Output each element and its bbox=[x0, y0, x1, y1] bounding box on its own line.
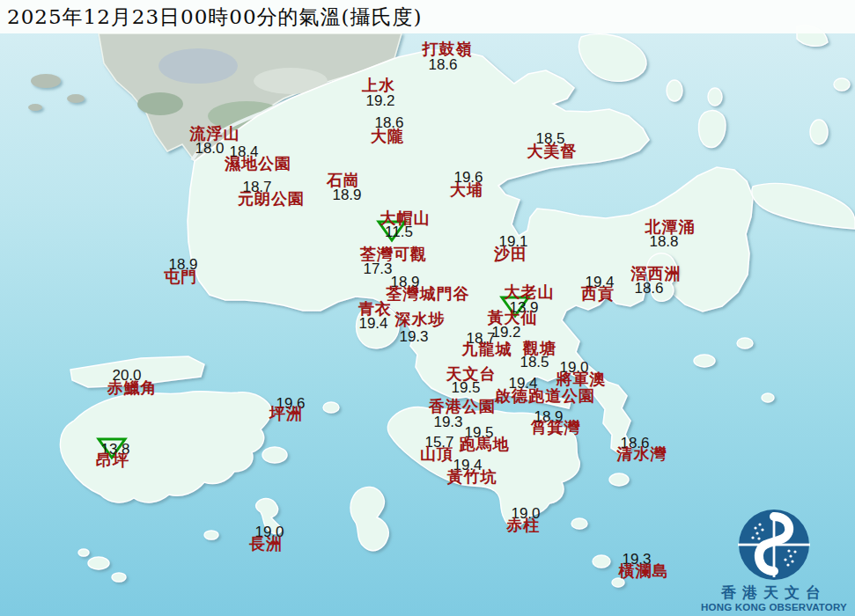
station-name-label: 香港公園 bbox=[429, 399, 496, 414]
station-name-label: 山頂 bbox=[420, 446, 453, 462]
station-name-label: 石崗 bbox=[327, 172, 360, 188]
station-name-label: 北潭涌 bbox=[645, 219, 696, 235]
station-name-label: 昂坪 bbox=[96, 452, 129, 468]
station-name-label: 深水埗 bbox=[395, 312, 446, 327]
station-name-label: 啟德跑道公園 bbox=[495, 388, 595, 404]
station-name-label: 大隴 bbox=[371, 128, 404, 144]
station-temperature-value: 17.3 bbox=[363, 261, 392, 276]
station-name-label: 青衣 bbox=[358, 301, 392, 317]
station-temperature-value: 19.2 bbox=[365, 93, 394, 108]
station-name-label: 赤鱲角 bbox=[107, 380, 158, 396]
station-name-label: 荃灣可觀 bbox=[360, 246, 427, 262]
station-temperature-value: 19.3 bbox=[399, 329, 428, 344]
hko-logo-english-name: HONG KONG OBSERVATORY bbox=[696, 602, 852, 613]
station-name-label: 濕地公園 bbox=[225, 156, 291, 172]
station-name-label: 赤柱 bbox=[506, 517, 540, 533]
station-name-label: 元朗公園 bbox=[238, 191, 305, 207]
title-bar: 2025年12月23日00時00分的氣溫(攝氏度) bbox=[0, 0, 855, 33]
station-name-label: 黃大仙 bbox=[488, 310, 538, 326]
station-name-label: 大老山 bbox=[505, 284, 555, 300]
station-name-label: 黃竹坑 bbox=[447, 469, 498, 485]
station-name-label: 橫瀾島 bbox=[619, 563, 669, 579]
station-temperature-value: 19.2 bbox=[491, 325, 520, 340]
station-temperature-value: 19.3 bbox=[433, 414, 462, 429]
station-name-label: 屯門 bbox=[164, 269, 197, 285]
station-name-label: 大帽山 bbox=[380, 210, 431, 226]
station-name-label: 打鼓嶺 bbox=[423, 41, 473, 57]
temperature-map-screen: 2025年12月23日00時00分的氣溫(攝氏度) 18.6打鼓嶺19.2上水1… bbox=[0, 0, 855, 616]
station-name-label: 長洲 bbox=[249, 536, 283, 552]
station-name-label: 清水灣 bbox=[617, 446, 667, 462]
station-temperature-value: 18.9 bbox=[332, 187, 361, 202]
station-name-label: 觀塘 bbox=[523, 341, 556, 356]
station-name-label: 荃灣城門谷 bbox=[387, 286, 470, 302]
station-temperature-value: 19.4 bbox=[358, 316, 387, 331]
map-title: 2025年12月23日00時00分的氣溫(攝氏度) bbox=[7, 4, 423, 31]
hko-logo-chinese-name: 香港天文台 bbox=[696, 584, 852, 602]
station-name-label: 大美督 bbox=[527, 143, 578, 159]
station-name-label: 大埔 bbox=[450, 182, 483, 198]
station-name-label: 流浮山 bbox=[190, 126, 240, 142]
station-name-label: 上水 bbox=[362, 77, 395, 93]
station-name-label: 沙田 bbox=[494, 246, 527, 262]
station-name-label: 將軍澳 bbox=[556, 371, 607, 387]
station-name-label: 九龍城 bbox=[462, 341, 512, 357]
station-name-label: 西貢 bbox=[581, 286, 615, 302]
station-name-label: 坪洲 bbox=[269, 406, 303, 422]
station-name-label: 跑馬地 bbox=[460, 436, 510, 452]
station-temperature-value: 18.8 bbox=[649, 234, 678, 249]
station-temperature-value: 18.6 bbox=[428, 57, 457, 72]
station-name-label: 筲箕灣 bbox=[531, 420, 581, 436]
station-temperature-value: 18.6 bbox=[634, 281, 663, 296]
station-name-label: 天文台 bbox=[446, 366, 497, 382]
station-temperature-value: 18.0 bbox=[195, 141, 224, 156]
hko-logo: 香港天文台 HONG KONG OBSERVATORY bbox=[696, 509, 852, 613]
hko-logo-icon bbox=[738, 509, 810, 581]
station-name-label: 滘西洲 bbox=[631, 266, 682, 282]
